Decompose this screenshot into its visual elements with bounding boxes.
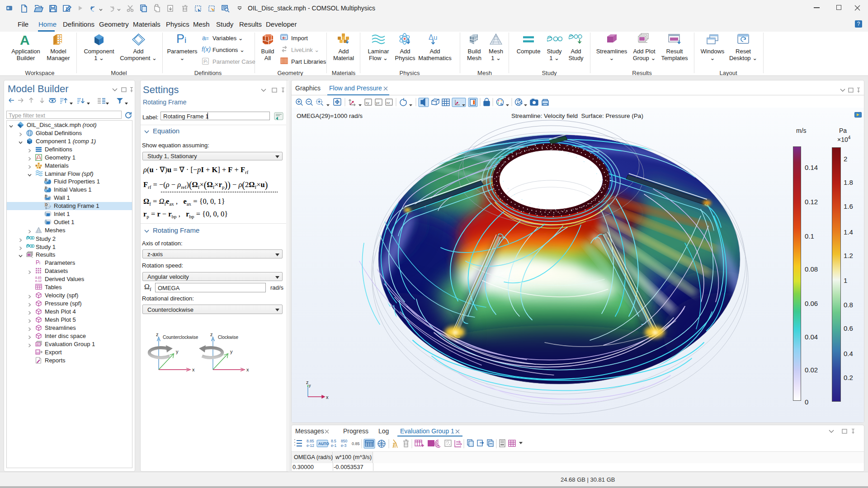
svg-text:e-12: e-12	[307, 443, 314, 448]
svg-text:z: z	[156, 332, 159, 337]
svg-text:z: z	[306, 380, 309, 385]
svg-text:x: x	[192, 367, 195, 372]
svg-text:8.85: 8.85	[307, 439, 314, 443]
svg-text:Counterclockwise: Counterclockwise	[163, 335, 198, 340]
svg-text:D: D	[45, 203, 48, 207]
svg-text:e-3: e-3	[341, 443, 347, 448]
svg-text:P: P	[36, 259, 39, 266]
svg-text:81: 81	[37, 343, 40, 346]
svg-text:x: x	[246, 367, 249, 372]
svg-text:8.85: 8.85	[35, 276, 42, 279]
svg-text:y: y	[309, 383, 311, 388]
svg-text:xz: xz	[387, 101, 390, 105]
svg-text:x: x	[326, 394, 329, 400]
svg-text:xy: xy	[366, 101, 369, 105]
svg-text:Clockwise: Clockwise	[218, 335, 238, 340]
svg-text:0.85: 0.85	[352, 441, 360, 446]
svg-text:e-1: e-1	[331, 443, 337, 448]
svg-text:D: D	[45, 186, 47, 190]
svg-text:e-12: e-12	[35, 279, 42, 282]
svg-text:i: i	[39, 261, 40, 265]
svg-text:8.5: 8.5	[331, 439, 336, 443]
svg-text:AUTO: AUTO	[318, 441, 329, 446]
svg-text:D: D	[45, 178, 47, 182]
svg-text:y: y	[230, 349, 233, 354]
svg-text:u: u	[434, 33, 437, 41]
svg-text:yz: yz	[376, 101, 380, 105]
svg-text:D: D	[45, 194, 47, 198]
svg-text:y: y	[176, 349, 179, 354]
svg-text:850: 850	[341, 439, 347, 443]
svg-text:z: z	[210, 332, 213, 337]
